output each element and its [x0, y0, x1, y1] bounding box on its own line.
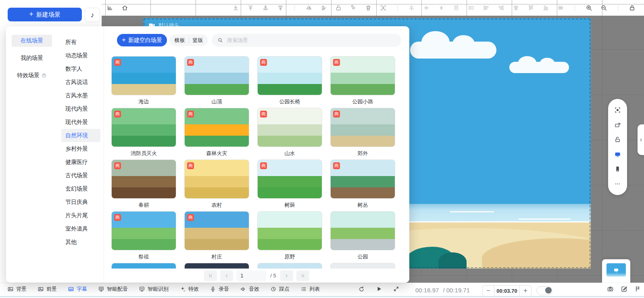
focus-frame-button[interactable] — [614, 107, 621, 113]
scene-card-海边[interactable]: 商海边 — [111, 56, 176, 108]
scene-thumbnail[interactable]: 商 — [184, 56, 249, 95]
tool-音效[interactable]: 音效 — [240, 285, 259, 293]
tool-特效[interactable]: 特效 — [179, 285, 199, 293]
align-top-button[interactable] — [527, 4, 534, 11]
scene-thumbnail[interactable]: 商 — [111, 56, 176, 95]
scene-thumbnail[interactable]: 商 — [111, 159, 176, 199]
category-古风水墨[interactable]: 古风水墨 — [61, 89, 100, 102]
category-自然环境[interactable]: 自然环境 — [61, 129, 100, 142]
expand-button[interactable] — [393, 285, 400, 292]
bring-to-front-button[interactable] — [277, 4, 284, 11]
category-片头片尾[interactable]: 片头片尾 — [61, 209, 100, 222]
scene-thumbnail[interactable] — [330, 211, 395, 250]
scene-thumbnail[interactable]: 商 — [330, 159, 395, 199]
edit-button[interactable] — [621, 285, 627, 292]
flag-button[interactable] — [634, 285, 641, 292]
scene-thumbnail[interactable]: 商 — [111, 211, 176, 250]
scene-card-树荫[interactable]: 商树荫 — [257, 159, 322, 211]
tool-列表[interactable]: 列表 — [300, 285, 320, 293]
scene-card-春耕[interactable]: 商春耕 — [111, 159, 176, 211]
align-center-vertical-button[interactable] — [513, 4, 519, 11]
play-button[interactable] — [375, 285, 382, 292]
scene-card-祭祖[interactable]: 商祭祖 — [111, 211, 176, 263]
category-动态场景[interactable]: 动态场景 — [61, 49, 100, 62]
tool-前景[interactable]: 前景 — [38, 285, 57, 293]
category-健康医疗[interactable]: 健康医疗 — [61, 155, 100, 169]
scene-thumbnail[interactable]: 商 — [184, 108, 249, 147]
phone-portrait-button[interactable] — [614, 166, 621, 172]
rotate-screen-button[interactable] — [614, 122, 621, 128]
timeline-toggle[interactable] — [536, 286, 552, 295]
category-室外道具[interactable]: 室外道具 — [61, 222, 100, 235]
align-bottom-button[interactable] — [542, 4, 549, 11]
scene-thumbnail[interactable]: 商 — [330, 108, 395, 147]
nav-item-在线场景[interactable]: 在线场景 — [12, 35, 52, 47]
tool-智能识别[interactable]: 智能识别 — [139, 285, 169, 293]
music-button[interactable]: ♪ — [85, 8, 100, 22]
scene-card-树丛[interactable]: 商树丛 — [330, 159, 395, 211]
monitor-landscape-button[interactable] — [614, 151, 621, 158]
category-古风说话[interactable]: 古风说话 — [61, 76, 100, 89]
new-scene-button[interactable]: + 新建场景 — [8, 8, 82, 21]
lock-all-button[interactable] — [629, 4, 636, 11]
category-节日庆典[interactable]: 节日庆典 — [61, 195, 100, 209]
scene-card-郊外[interactable]: 商郊外 — [330, 108, 395, 159]
category-数字人[interactable]: 数字人 — [61, 62, 100, 76]
prev-page-button[interactable] — [220, 271, 233, 281]
unlock-button[interactable] — [614, 136, 621, 143]
align-horizontal-center-button[interactable] — [408, 4, 415, 11]
scene-thumbnail[interactable]: 商 — [184, 159, 249, 199]
search-input[interactable] — [226, 37, 396, 44]
zoom-out-button[interactable] — [600, 4, 607, 11]
align-stage-vertical-button[interactable] — [438, 4, 445, 11]
category-其他[interactable]: 其他 — [61, 235, 100, 249]
scene-thumbnail[interactable]: 商 — [184, 211, 249, 250]
distribute-vertical-button[interactable] — [453, 4, 460, 11]
category-乡村外景[interactable]: 乡村外景 — [61, 142, 100, 155]
category-古代场景[interactable]: 古代场景 — [61, 169, 100, 182]
distribute-vertical-center-button[interactable] — [423, 4, 430, 11]
scene-card-山水[interactable]: 商山水 — [257, 108, 322, 159]
flip-horizontal-button[interactable] — [305, 4, 312, 11]
scene-thumbnail[interactable]: 商 — [257, 108, 322, 147]
scene-card-森林火灾[interactable]: 商森林火灾 — [184, 108, 249, 159]
orientation-horizontal[interactable]: 横板 — [171, 37, 189, 44]
current-scene-thumbnail[interactable] — [606, 263, 626, 277]
category-玄幻场景[interactable]: 玄幻场景 — [61, 182, 100, 195]
scene-card-原野[interactable]: 原野 — [257, 211, 322, 263]
scene-thumbnail[interactable]: 商 — [111, 108, 176, 147]
scene-card-公园长椅[interactable]: 商公园长椅 — [257, 56, 322, 108]
zoom-in-button[interactable] — [586, 4, 592, 11]
nav-item-我的场景[interactable]: 我的场景 — [12, 52, 52, 64]
scene-thumbnail[interactable]: 商 — [257, 159, 322, 199]
replay-button[interactable] — [358, 285, 365, 292]
delete-button[interactable] — [365, 4, 372, 11]
scene-thumbnail-panel[interactable] — [602, 259, 630, 283]
align-middle-button[interactable] — [557, 4, 564, 11]
duration-minus-button[interactable]: − — [483, 285, 494, 296]
reset-rotation-button[interactable] — [350, 4, 357, 11]
scene-thumbnail[interactable]: 商 — [257, 56, 322, 95]
size-chart-button[interactable] — [106, 4, 113, 11]
align-right-button[interactable] — [498, 4, 504, 11]
tool-录音[interactable]: 录音 — [210, 285, 229, 293]
scene-card-公园[interactable]: 公园 — [330, 211, 395, 263]
scene-card-消防员灭火[interactable]: 商消防员灭火 — [111, 108, 176, 159]
category-现代内景[interactable]: 现代内景 — [61, 102, 100, 115]
more-dots-button[interactable] — [614, 180, 621, 187]
flip-vertical-button[interactable] — [320, 4, 327, 11]
home-button[interactable] — [121, 4, 128, 11]
tool-智能配音[interactable]: 智能配音 — [98, 285, 128, 293]
orientation-vertical[interactable]: 竖版 — [189, 37, 207, 44]
marquee-select-button[interactable] — [380, 4, 387, 11]
unlock-button[interactable] — [335, 4, 342, 11]
scene-card-山顶[interactable]: 商山顶 — [184, 56, 249, 108]
camera-button[interactable] — [607, 285, 614, 292]
next-page-button[interactable] — [280, 271, 293, 281]
layer-down-button[interactable] — [232, 4, 239, 11]
scene-card-公园小路[interactable]: 商公园小路 — [330, 56, 395, 108]
align-left-button[interactable] — [483, 4, 490, 11]
distribute-horizontal-button[interactable] — [468, 4, 475, 11]
tool-踩点[interactable]: 踩点 — [270, 285, 290, 293]
panel-collapse-tab[interactable] — [638, 124, 644, 155]
